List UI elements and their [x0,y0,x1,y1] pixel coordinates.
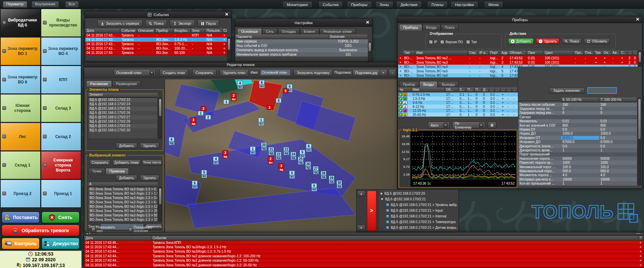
zone-tile[interactable]: Северная сторона Ворота [41,151,81,179]
param-row[interactable]: Минимальный порог ...100.0100.0 [518,165,637,169]
triangle-expanded-icon[interactable] [381,198,383,200]
param-row[interactable]: Пересчёт порога пр...10001000 [518,160,637,164]
events-row[interactable]: 04 11 2016 17:43...Тревога-ВО-Зон...1.5-… [85,38,227,42]
arm-button[interactable]: Поставить [2,212,40,223]
channels-col-header[interactable]: № [398,87,411,92]
tree-item[interactable]: ВД-5 @192.168.0.170/2:21 > Датчик вскры.… [379,225,458,230]
channel-checkbox[interactable]: ✓ [399,113,402,116]
device-row[interactable]: +ВО-...Зона Тополь ВО №3--logi...317:43:… [398,60,638,65]
control-button[interactable]: Контроль [2,238,40,249]
binding-item[interactable]: ВО-Зона Зона Тополь ВО №3 /logic-1:3 > 3… [88,196,157,200]
save-plan-button[interactable]: Сохранить [192,69,216,76]
tree-item[interactable]: ВД-5 @192.168.0.170/2:21 > Температура [379,219,458,225]
strip-up-button[interactable]: ▲ [357,191,365,197]
zone-checkbox[interactable] [43,163,47,167]
zone-tile[interactable]: Южная сторона [0,94,41,122]
log-row[interactable]: 04 11 2016 17:43:44...Тревога Зона Топол… [84,250,644,254]
devices-col-header[interactable]: Тре... [594,51,602,55]
log-col-header[interactable]: ? [638,236,644,241]
devices-col-header[interactable]: Имя [415,51,468,55]
sel-tab-Точки[interactable]: Точки [88,168,105,174]
param-row[interactable]: Множитель0.010.01 [518,119,637,123]
map-sensor-badge[interactable]: 2ВО [268,156,273,161]
param-row[interactable]: Норма ОТ0.00.0 [518,127,637,131]
param-row[interactable]: Задержка перед тр...00 [518,107,637,111]
map-sensor-badge[interactable]: 24ВД [290,152,296,156]
menu-Действия[interactable]: Действия [396,1,422,8]
menu-Планы[interactable]: Планы [427,1,448,8]
events-col-header[interactable]: Описание [137,28,155,33]
param-row[interactable]: Норма ДО1000.01000.0 [518,132,637,136]
events-col-header[interactable]: Событие [120,28,137,33]
view-tab-Внутренние[interactable]: Внутренние [32,1,59,8]
splitter-handle[interactable] [448,118,478,120]
param-row[interactable]: Исправен ОТ6000.00.0 [518,136,637,140]
log-row[interactable]: 04 11 2016 17:43:44...Тревога Зона Топол… [84,263,644,267]
settings-col-header[interactable]: Параметр [235,35,328,39]
plan-element-item[interactable]: ВД-5 @192.168.0.170/2:23 [88,98,157,102]
zone-checkbox[interactable] [2,192,6,195]
channel-checkbox[interactable]: ✓ [399,109,402,112]
tree-item[interactable]: ВД-5 @192.168.0.170/2:21 > Internal [379,213,458,219]
chart-pause-button[interactable] [488,122,496,129]
devices-col-header[interactable]: Тип [403,51,415,55]
zone-checkbox[interactable] [43,135,47,138]
zone-checkbox[interactable] [2,21,6,24]
zone-tile[interactable]: Склад 3 [41,94,81,122]
log-row[interactable]: 04 11 2016 17:43:44...Тревога Зона Топол… [84,245,644,249]
map-sensor-badge[interactable]: 5 [283,88,288,93]
map-sensor-badge[interactable]: 26ВД [305,161,311,166]
delete-plan-button[interactable]: Удалить план [220,69,249,76]
zone-checkbox[interactable] [2,106,6,110]
map-sensor-badge[interactable]: 23ВД [283,147,289,152]
plan-tab-Рисование[interactable]: Рисование [86,80,112,87]
channel-row[interactable]: ✓412-25 Hz17:...0....1...000.0...+--... [398,109,525,113]
map-sensor-badge[interactable]: 6ВО [311,183,317,188]
menu-Меню[interactable]: Меню [484,1,503,8]
elements-scrollbar[interactable] [158,97,162,139]
events-col-header[interactable]: Вход/вы... [173,28,191,33]
map-sensor-badge[interactable]: 3 [267,105,272,110]
map-sensor-badge[interactable]: 4ВО [237,81,243,85]
settings-tab-Сеть[interactable]: Сеть [262,28,278,35]
params-scrollbar[interactable] [638,97,641,186]
sort-icons[interactable]: ▲▼ [86,232,91,234]
params-col-header[interactable]: 6: 50-100 Hz [561,97,599,102]
events-titlebar[interactable]: События × [85,11,231,18]
map-sensor-badge[interactable]: 20ВД [261,142,267,147]
close-icon[interactable]: × [634,16,641,23]
zone-tile[interactable]: Зона периметр ВО 1 [0,37,41,65]
minimize-icon[interactable]: — [636,231,640,236]
channel-row[interactable]: ✓00.75-1.5 Hz17:...0.11...000.0...+--... [398,92,525,96]
tree-item[interactable]: ВД-5 @192.168.0.170/2:20 [379,191,458,196]
zone-checkbox[interactable] [2,49,6,53]
device-row[interactable]: +ВО-...Зона Тополь ВО №2 ...--logi...217… [398,56,638,60]
plan-select[interactable]: Основной план▼ [114,69,156,76]
zone-checkbox[interactable] [43,192,47,195]
map-sensor-badge[interactable]: 4ВО [213,156,219,161]
plan-name-input[interactable]: Основной план [260,69,291,76]
io-tab-Входы[interactable]: Входы [419,81,438,87]
map-sensor-badge[interactable]: 3ВД [222,150,228,155]
channel-row[interactable]: ✓11.5-3 Hz17:...0....1...000.0...+--... [398,96,525,100]
element-save-button[interactable]: Сохранить [90,159,110,165]
underlay-add-button[interactable]: + [379,69,387,76]
map-sensor-badge[interactable]: 27ВД [313,166,319,171]
plan-element-item[interactable]: ВД-5 @192.168.0.170/2:26 [88,111,157,115]
channels-col-header[interactable]: Имя [411,87,445,92]
map-sensor-badge[interactable]: 1ВО [258,118,264,122]
settings-tab-Основные[interactable]: Основные [237,28,262,35]
param-row[interactable]: Интервал расчета п...1000010000 [518,177,637,181]
binding-item[interactable]: ВО-Зона Зона Тополь ВО №3 /logic-1:3 > 5… [88,213,157,218]
settings-row[interactable]: Кеш событий в ОЗУ1001 [235,44,368,48]
map-sensor-badge[interactable]: 1ВО [250,146,256,151]
device-search-button[interactable]: Поиск [562,38,582,44]
param-row[interactable]: Сигнал [518,115,637,119]
param-row[interactable]: Кол-во превышений ...11 [518,181,637,185]
devices-col-header[interactable]: ... [633,51,638,55]
settings-tab-Клиент[interactable]: Клиент [300,28,320,35]
binding-remove-button[interactable]: Удалить [140,175,159,181]
plan-element-item[interactable]: ВД-5 @192.168.0.170/2:29 [88,124,157,128]
log-row[interactable]: 04 11 2016 17:43:44...Тревога Зона Топол… [84,254,644,258]
map-sensor-badge[interactable]: 29ВД [329,176,334,180]
